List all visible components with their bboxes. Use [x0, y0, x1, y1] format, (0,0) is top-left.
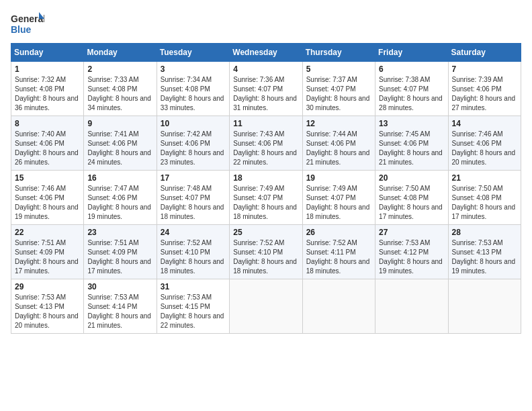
- day-number: 7: [452, 64, 517, 74]
- day-number: 10: [161, 119, 226, 128]
- calendar-cell: 14 Sunrise: 7:46 AMSunset: 4:06 PMDaylig…: [448, 116, 521, 171]
- calendar-cell: 17 Sunrise: 7:48 AMSunset: 4:07 PMDaylig…: [157, 171, 229, 225]
- day-number: 12: [306, 119, 371, 128]
- day-info: Sunrise: 7:46 AMSunset: 4:06 PMDaylight:…: [452, 130, 517, 167]
- day-number: 4: [233, 64, 298, 74]
- calendar-week-row: 15 Sunrise: 7:46 AMSunset: 4:06 PMDaylig…: [11, 171, 521, 225]
- calendar-week-row: 8 Sunrise: 7:40 AMSunset: 4:06 PMDayligh…: [11, 116, 521, 171]
- weekday-header-sunday: Sunday: [11, 44, 84, 62]
- day-info: Sunrise: 7:48 AMSunset: 4:07 PMDaylight:…: [161, 184, 226, 222]
- day-info: Sunrise: 7:40 AMSunset: 4:06 PMDaylight:…: [15, 130, 80, 167]
- day-info: Sunrise: 7:43 AMSunset: 4:06 PMDaylight:…: [233, 130, 298, 167]
- calendar-cell: 22 Sunrise: 7:51 AMSunset: 4:09 PMDaylig…: [11, 225, 84, 279]
- day-number: 6: [379, 64, 444, 74]
- calendar-cell: 12 Sunrise: 7:44 AMSunset: 4:06 PMDaylig…: [302, 116, 375, 171]
- day-info: Sunrise: 7:45 AMSunset: 4:06 PMDaylight:…: [379, 130, 444, 167]
- calendar-cell: [375, 279, 448, 334]
- day-number: 30: [87, 282, 152, 291]
- calendar-wrapper: General Blue SundayMondayTuesdayWednesda…: [11, 11, 521, 334]
- day-info: Sunrise: 7:53 AMSunset: 4:12 PMDaylight:…: [379, 238, 444, 276]
- calendar-cell: 23 Sunrise: 7:51 AMSunset: 4:09 PMDaylig…: [84, 225, 157, 279]
- day-info: Sunrise: 7:53 AMSunset: 4:13 PMDaylight:…: [15, 293, 80, 330]
- day-number: 27: [379, 228, 444, 237]
- weekday-header-wednesday: Wednesday: [230, 44, 302, 62]
- calendar-cell: 29 Sunrise: 7:53 AMSunset: 4:13 PMDaylig…: [11, 279, 84, 334]
- weekday-header-monday: Monday: [84, 44, 157, 62]
- calendar-cell: 6 Sunrise: 7:38 AMSunset: 4:07 PMDayligh…: [375, 62, 448, 116]
- calendar-cell: 5 Sunrise: 7:37 AMSunset: 4:07 PMDayligh…: [302, 62, 375, 116]
- day-number: 25: [233, 228, 298, 237]
- day-number: 23: [87, 228, 152, 237]
- calendar-table: SundayMondayTuesdayWednesdayThursdayFrid…: [11, 43, 521, 334]
- day-info: Sunrise: 7:51 AMSunset: 4:09 PMDaylight:…: [15, 238, 80, 276]
- day-info: Sunrise: 7:33 AMSunset: 4:08 PMDaylight:…: [87, 75, 152, 113]
- day-number: 16: [87, 173, 152, 183]
- logo: General Blue: [11, 11, 44, 38]
- day-info: Sunrise: 7:52 AMSunset: 4:11 PMDaylight:…: [306, 238, 371, 276]
- calendar-cell: [230, 279, 302, 334]
- calendar-cell: 31 Sunrise: 7:53 AMSunset: 4:15 PMDaylig…: [157, 279, 229, 334]
- calendar-cell: 7 Sunrise: 7:39 AMSunset: 4:06 PMDayligh…: [448, 62, 521, 116]
- calendar-cell: 13 Sunrise: 7:45 AMSunset: 4:06 PMDaylig…: [375, 116, 448, 171]
- calendar-cell: 10 Sunrise: 7:42 AMSunset: 4:06 PMDaylig…: [157, 116, 229, 171]
- day-info: Sunrise: 7:53 AMSunset: 4:13 PMDaylight:…: [452, 238, 517, 276]
- calendar-cell: [302, 279, 375, 334]
- day-number: 20: [379, 173, 444, 183]
- weekday-header-saturday: Saturday: [448, 44, 521, 62]
- calendar-week-row: 22 Sunrise: 7:51 AMSunset: 4:09 PMDaylig…: [11, 225, 521, 279]
- day-number: 26: [306, 228, 371, 237]
- weekday-header-tuesday: Tuesday: [157, 44, 229, 62]
- day-number: 8: [15, 119, 80, 128]
- calendar-cell: 4 Sunrise: 7:36 AMSunset: 4:07 PMDayligh…: [230, 62, 302, 116]
- day-info: Sunrise: 7:39 AMSunset: 4:06 PMDaylight:…: [452, 75, 517, 113]
- header: General Blue: [11, 11, 521, 38]
- calendar-cell: 20 Sunrise: 7:50 AMSunset: 4:08 PMDaylig…: [375, 171, 448, 225]
- weekday-header-row: SundayMondayTuesdayWednesdayThursdayFrid…: [11, 44, 521, 62]
- calendar-cell: 15 Sunrise: 7:46 AMSunset: 4:06 PMDaylig…: [11, 171, 84, 225]
- day-info: Sunrise: 7:52 AMSunset: 4:10 PMDaylight:…: [233, 238, 298, 276]
- day-info: Sunrise: 7:42 AMSunset: 4:06 PMDaylight:…: [161, 130, 226, 167]
- calendar-cell: 3 Sunrise: 7:34 AMSunset: 4:08 PMDayligh…: [157, 62, 229, 116]
- day-info: Sunrise: 7:47 AMSunset: 4:06 PMDaylight:…: [87, 184, 152, 222]
- day-info: Sunrise: 7:38 AMSunset: 4:07 PMDaylight:…: [379, 75, 444, 113]
- calendar-cell: 11 Sunrise: 7:43 AMSunset: 4:06 PMDaylig…: [230, 116, 302, 171]
- calendar-cell: 25 Sunrise: 7:52 AMSunset: 4:10 PMDaylig…: [230, 225, 302, 279]
- day-info: Sunrise: 7:46 AMSunset: 4:06 PMDaylight:…: [15, 184, 80, 222]
- day-number: 22: [15, 228, 80, 237]
- calendar-cell: 2 Sunrise: 7:33 AMSunset: 4:08 PMDayligh…: [84, 62, 157, 116]
- day-info: Sunrise: 7:32 AMSunset: 4:08 PMDaylight:…: [15, 75, 80, 113]
- calendar-cell: 28 Sunrise: 7:53 AMSunset: 4:13 PMDaylig…: [448, 225, 521, 279]
- day-info: Sunrise: 7:34 AMSunset: 4:08 PMDaylight:…: [161, 75, 226, 113]
- day-number: 24: [161, 228, 226, 237]
- day-info: Sunrise: 7:44 AMSunset: 4:06 PMDaylight:…: [306, 130, 371, 167]
- day-number: 13: [379, 119, 444, 128]
- day-info: Sunrise: 7:50 AMSunset: 4:08 PMDaylight:…: [452, 184, 517, 222]
- day-number: 31: [161, 282, 226, 291]
- logo-svg: General Blue: [11, 11, 44, 38]
- calendar-cell: [448, 279, 521, 334]
- day-info: Sunrise: 7:41 AMSunset: 4:06 PMDaylight:…: [87, 130, 152, 167]
- day-number: 29: [15, 282, 80, 291]
- svg-text:Blue: Blue: [11, 24, 32, 35]
- day-info: Sunrise: 7:49 AMSunset: 4:07 PMDaylight:…: [306, 184, 371, 222]
- calendar-cell: 30 Sunrise: 7:53 AMSunset: 4:14 PMDaylig…: [84, 279, 157, 334]
- day-number: 5: [306, 64, 371, 74]
- day-number: 14: [452, 119, 517, 128]
- calendar-cell: 16 Sunrise: 7:47 AMSunset: 4:06 PMDaylig…: [84, 171, 157, 225]
- day-info: Sunrise: 7:37 AMSunset: 4:07 PMDaylight:…: [306, 75, 371, 113]
- day-number: 2: [87, 64, 152, 74]
- day-number: 18: [233, 173, 298, 183]
- calendar-week-row: 29 Sunrise: 7:53 AMSunset: 4:13 PMDaylig…: [11, 279, 521, 334]
- day-number: 19: [306, 173, 371, 183]
- calendar-cell: 9 Sunrise: 7:41 AMSunset: 4:06 PMDayligh…: [84, 116, 157, 171]
- calendar-cell: 24 Sunrise: 7:52 AMSunset: 4:10 PMDaylig…: [157, 225, 229, 279]
- day-info: Sunrise: 7:53 AMSunset: 4:14 PMDaylight:…: [87, 293, 152, 330]
- calendar-cell: 18 Sunrise: 7:49 AMSunset: 4:07 PMDaylig…: [230, 171, 302, 225]
- calendar-cell: 8 Sunrise: 7:40 AMSunset: 4:06 PMDayligh…: [11, 116, 84, 171]
- day-number: 11: [233, 119, 298, 128]
- calendar-cell: 19 Sunrise: 7:49 AMSunset: 4:07 PMDaylig…: [302, 171, 375, 225]
- calendar-week-row: 1 Sunrise: 7:32 AMSunset: 4:08 PMDayligh…: [11, 62, 521, 116]
- day-number: 1: [15, 64, 80, 74]
- day-info: Sunrise: 7:52 AMSunset: 4:10 PMDaylight:…: [161, 238, 226, 276]
- day-number: 28: [452, 228, 517, 237]
